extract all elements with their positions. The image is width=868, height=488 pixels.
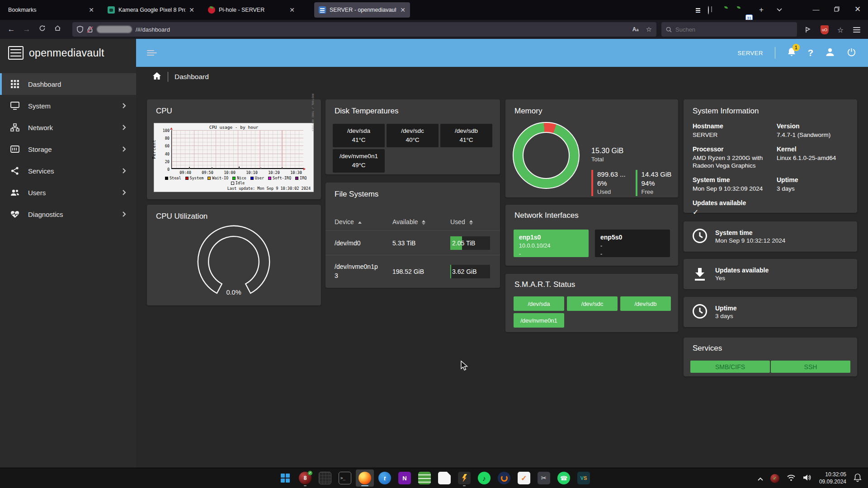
service-smb-button[interactable]: SMB/CIFS [690, 361, 770, 373]
sort-icon [469, 220, 473, 222]
extension-icon[interactable] [802, 23, 814, 36]
smart-device-tile: /dev/sdc [567, 296, 618, 311]
tab-close-icon[interactable]: ✕ [89, 7, 94, 13]
taskbar-thunderbird-icon[interactable]: t [376, 469, 394, 487]
tab-openmediavault-active[interactable]: SERVER - openmediavault Work ✕ [314, 2, 410, 18]
tray-chevron-up-icon[interactable] [758, 474, 763, 483]
translate-icon[interactable]: Aa [632, 26, 639, 33]
shield-star-icon[interactable]: ☆ [834, 23, 847, 36]
window-restore-button[interactable] [826, 0, 847, 18]
home-icon[interactable] [152, 72, 161, 82]
tab-list-chevron-icon[interactable] [774, 5, 785, 15]
sidebar-item-dashboard[interactable]: Dashboard [0, 73, 136, 95]
notifications-bell-icon[interactable]: 1 [787, 47, 796, 59]
window-minimize-button[interactable]: — [806, 0, 826, 18]
memory-card: Memory 15.30 GiB Total 899.63 ... 6% Use… [505, 99, 678, 197]
column-header-device[interactable]: Device [335, 218, 392, 225]
sidebar-item-users[interactable]: Users [0, 182, 136, 203]
back-button[interactable]: ← [4, 25, 19, 34]
sidebar-item-services[interactable]: Services [0, 160, 136, 182]
search-input[interactable] [675, 26, 779, 33]
memory-total-label: Total [591, 156, 671, 164]
search-bar[interactable] [661, 22, 797, 37]
mouse-cursor [460, 361, 470, 373]
taskbar-notepad-app-icon[interactable] [415, 469, 434, 487]
taskbar-checkmark-app-icon[interactable]: ✓ [515, 469, 533, 487]
cpu-card: CPU CPU usage - by hour Percent RRDTOOL … [147, 99, 321, 199]
cpu-gauge-value: 0.0% [193, 289, 274, 296]
y-axis-arrow [170, 127, 173, 130]
start-button[interactable] [276, 469, 294, 487]
window-close-button[interactable]: ✕ [847, 0, 868, 18]
table-row[interactable]: /dev/md0 5.33 TiB 2.05 TiB [326, 230, 500, 255]
taskbar-clock[interactable]: 10:32:05 09.09.2024 [819, 471, 846, 485]
new-tab-button[interactable]: + [756, 5, 767, 15]
user-icon[interactable] [825, 47, 835, 59]
taskbar-scissors-app-icon[interactable]: ✂ [535, 469, 553, 487]
updates-available-field: Updates available ✓ [693, 199, 770, 217]
share-icon [10, 167, 20, 175]
taskbar-libreoffice-icon[interactable] [435, 469, 453, 487]
home-button[interactable] [50, 25, 65, 34]
cpu-utilization-card: CPU Utilization 0.0% [147, 205, 321, 305]
graph-legend-row-1: Steal System Wait-IO Nice User Soft-IRQ … [165, 176, 311, 180]
tab-pihole[interactable]: Pi-hole - SERVER ✕ [203, 2, 299, 18]
pinned-globe-icon[interactable] [708, 6, 709, 14]
menu-toggle-button[interactable] [136, 52, 157, 53]
monitor-icon [10, 102, 20, 110]
ublock-icon[interactable]: uO [818, 23, 831, 36]
taskbar-whatsapp-icon[interactable]: ☎ [555, 469, 573, 487]
download-icon [692, 267, 708, 281]
tab-close-icon[interactable]: ✕ [400, 7, 406, 13]
taskbar-winamp-icon[interactable] [455, 469, 473, 487]
memory-total-value: 15.30 GiB [591, 146, 671, 156]
reload-button[interactable] [34, 25, 50, 34]
device-cell: /dev/md0 [335, 239, 392, 247]
url-bar[interactable]: /#/dashboard Aa ☆ [72, 22, 656, 37]
taskbar-grid-app-icon[interactable] [316, 469, 334, 487]
sidebar-item-network[interactable]: Network [0, 117, 136, 138]
chevron-right-icon [123, 124, 126, 131]
taskbar-vs-app-icon[interactable]: VS [575, 469, 593, 487]
power-icon[interactable] [847, 47, 856, 59]
insecure-lock-icon[interactable] [87, 26, 93, 33]
sidebar-item-storage[interactable]: Storage [0, 138, 136, 160]
tab-camera[interactable]: Kamera Google Pixel 8 Pro - Dis ✕ [103, 2, 199, 18]
tab-close-icon[interactable]: ✕ [289, 7, 295, 13]
table-row[interactable]: /dev/nvme0n1p3 198.52 GiB 3.62 GiB [326, 255, 500, 288]
memory-free-value: 14.43 GiB [642, 170, 672, 179]
forward-button[interactable]: → [19, 25, 34, 34]
tab-title: SERVER - openmediavault Work [330, 7, 396, 13]
sidebar-item-system[interactable]: System [0, 95, 136, 117]
file-systems-header: Device Available Used [326, 213, 500, 230]
service-ssh-button[interactable]: SSH [771, 361, 850, 373]
sidebar-item-diagnostics[interactable]: Diagnostics [0, 203, 136, 225]
taskbar-8ball-app-icon[interactable]: 8✓ [296, 469, 314, 487]
taskbar-onenote-icon[interactable]: N [396, 469, 414, 487]
tab-close-icon[interactable]: ✕ [189, 7, 194, 13]
tray-notifications-bell-icon[interactable] [854, 473, 862, 484]
taskbar-firefox-icon[interactable] [356, 469, 374, 487]
system-time-field: System time Mon Sep 9 10:32:09 2024 [693, 176, 770, 193]
tracking-shield-icon[interactable] [77, 26, 83, 33]
camera-favicon [108, 6, 115, 14]
tray-antivirus-icon[interactable]: ✓ [770, 474, 779, 483]
graph-title: CPU usage - by hour [154, 125, 313, 130]
headphones-glyph [501, 475, 508, 482]
memory-donut-chart [513, 122, 580, 189]
file-systems-card: File Systems Device Available Used /dev/… [326, 183, 500, 288]
taskbar-audacity-icon[interactable] [495, 469, 513, 487]
column-header-used[interactable]: Used [450, 218, 473, 225]
taskbar-terminal-icon[interactable]: >_ [336, 469, 354, 487]
breadcrumb: Dashboard [136, 67, 868, 87]
browser-menu-icon[interactable] [850, 23, 863, 36]
wifi-icon[interactable] [787, 474, 796, 483]
volume-icon[interactable] [803, 474, 812, 483]
taskbar-spotify-icon[interactable]: ♪ [475, 469, 493, 487]
column-header-available[interactable]: Available [392, 218, 450, 225]
bookmark-star-icon[interactable]: ☆ [646, 25, 652, 33]
graph-footer: Last update: Mon Sep 9 10:30:02 2024 [165, 186, 311, 191]
tab-bookmarks[interactable]: Bookmarks ✕ [4, 2, 99, 18]
clock-time: 10:32:05 [819, 471, 846, 479]
help-icon[interactable]: ? [808, 48, 813, 58]
